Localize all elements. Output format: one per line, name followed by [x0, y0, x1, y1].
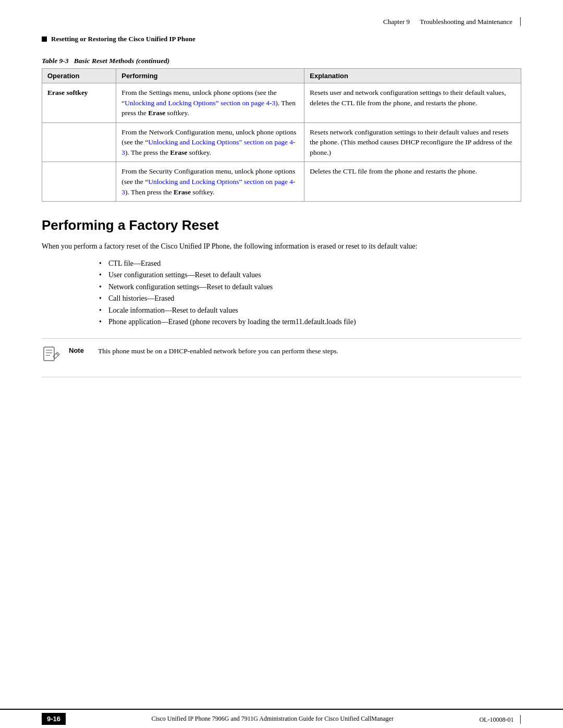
- factory-reset-list: CTL file—Erased User configuration setti…: [42, 258, 521, 328]
- list-item: Locale information—Reset to default valu…: [99, 305, 521, 316]
- factory-reset-intro: When you perform a factory reset of the …: [42, 241, 521, 252]
- main-content: Table 9-3 Basic Reset Methods (continued…: [0, 48, 563, 328]
- reset-methods-table: Operation Performing Explanation Erase s…: [42, 68, 521, 202]
- header-subline: Resetting or Restoring the Cisco Unified…: [0, 32, 563, 48]
- performing-cell-1: From the Settings menu, unlock phone opt…: [116, 83, 304, 123]
- note-bottom-rule: [42, 377, 521, 377]
- table-row: Erase softkey From the Settings menu, un…: [42, 83, 521, 123]
- operation-cell-3: [42, 162, 116, 202]
- note-text: This phone must be on a DHCP-enabled net…: [98, 346, 338, 356]
- chapter-label: Chapter 9 Troubleshooting and Maintenanc…: [383, 16, 521, 27]
- operation-cell-1: Erase softkey: [42, 83, 116, 123]
- link-unlocking-3[interactable]: Unlocking and Locking Options” section o…: [121, 178, 295, 196]
- table-caption: Table 9-3 Basic Reset Methods (continued…: [42, 48, 521, 68]
- footer-center: Cisco Unified IP Phone 7906G and 7911G A…: [66, 715, 479, 723]
- document-number: OL-10008-01: [479, 716, 513, 723]
- explanation-cell-2: Resets network configuration settings to…: [304, 122, 521, 162]
- note-svg-icon: [42, 344, 60, 363]
- link-unlocking-1[interactable]: Unlocking and Locking Options” section o…: [125, 99, 275, 107]
- list-item: Call histories—Erased: [99, 293, 521, 304]
- list-item: CTL file—Erased: [99, 258, 521, 269]
- note-box: Note This phone must be on a DHCP-enable…: [42, 338, 521, 366]
- page-header: Chapter 9 Troubleshooting and Maintenanc…: [0, 0, 563, 32]
- page-wrapper: Chapter 9 Troubleshooting and Maintenanc…: [0, 0, 563, 728]
- table-row: From the Security Configuration menu, un…: [42, 162, 521, 202]
- chapter-title: Troubleshooting and Maintenance: [420, 18, 512, 26]
- note-label: Note: [69, 346, 90, 354]
- explanation-cell-3: Deletes the CTL file from the phone and …: [304, 162, 521, 202]
- col-header-explanation: Explanation: [304, 69, 521, 83]
- section-label: Resetting or Restoring the Cisco Unified…: [51, 35, 195, 43]
- svg-rect-0: [44, 347, 54, 361]
- col-header-performing: Performing: [116, 69, 304, 83]
- table-header-row: Operation Performing Explanation: [42, 69, 521, 83]
- erase-label: Erase: [47, 89, 65, 96]
- list-item: Phone application—Erased (phone recovers…: [99, 316, 521, 328]
- note-pencil-icon: [42, 344, 60, 366]
- footer-right: OL-10008-01 |: [479, 713, 521, 724]
- performing-cell-3: From the Security Configuration menu, un…: [116, 162, 304, 202]
- table-row: From the Network Configuration menu, unl…: [42, 122, 521, 162]
- page-number: 9-16: [42, 713, 66, 725]
- list-item: User configuration settings—Reset to def…: [99, 269, 521, 281]
- page-footer: 9-16 Cisco Unified IP Phone 7906G and 79…: [0, 709, 563, 728]
- svg-line-5: [56, 353, 58, 355]
- operation-cell-2: [42, 122, 116, 162]
- performing-cell-2: From the Network Configuration menu, unl…: [116, 122, 304, 162]
- table-number: Table 9-3: [42, 57, 69, 65]
- col-header-operation: Operation: [42, 69, 116, 83]
- explanation-cell-1: Resets user and network configuration se…: [304, 83, 521, 123]
- list-item: Network configuration settings—Reset to …: [99, 281, 521, 293]
- factory-reset-heading: Performing a Factory Reset: [42, 217, 521, 233]
- square-bullet-icon: [42, 36, 47, 42]
- link-unlocking-2[interactable]: Unlocking and Locking Options” section o…: [121, 138, 295, 156]
- chapter-number: Chapter 9: [383, 18, 410, 26]
- table-title: Basic Reset Methods (continued): [74, 57, 169, 65]
